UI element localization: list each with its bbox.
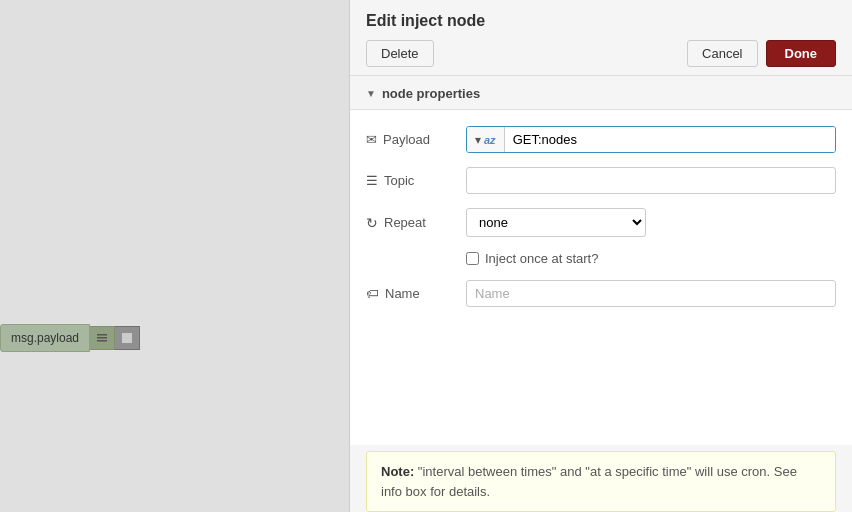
svg-rect-3 (122, 333, 132, 343)
topic-label: Topic (366, 173, 466, 188)
tag-icon (366, 286, 379, 301)
properties-form: Payload ▾ az Topic (350, 110, 852, 445)
node-icon-square (115, 326, 140, 350)
repeat-icon (366, 215, 378, 231)
inject-once-checkbox[interactable] (466, 252, 479, 265)
topic-icon (366, 173, 378, 188)
repeat-label: Repeat (366, 215, 466, 231)
panel-title: Edit inject node (366, 12, 836, 30)
payload-type-dropdown-icon: ▾ (475, 133, 481, 147)
topic-row: Topic (366, 167, 836, 194)
inject-once-label: Inject once at start? (485, 251, 598, 266)
payload-control: ▾ az (466, 126, 836, 153)
header-buttons: Delete Cancel Done (366, 40, 836, 67)
payload-row: Payload ▾ az (366, 126, 836, 153)
envelope-icon (366, 132, 377, 147)
note-bold: Note: (381, 464, 414, 479)
name-input[interactable] (466, 280, 836, 307)
chevron-icon: ▼ (366, 88, 376, 99)
svg-rect-2 (97, 340, 107, 342)
done-button[interactable]: Done (766, 40, 837, 67)
inject-once-row: Inject once at start? (366, 251, 836, 266)
cancel-button[interactable]: Cancel (687, 40, 757, 67)
repeat-label-text: Repeat (384, 215, 426, 230)
section-label: node properties (382, 86, 480, 101)
topic-input[interactable] (466, 167, 836, 194)
name-label: Name (366, 286, 466, 301)
name-control (466, 280, 836, 307)
svg-rect-1 (97, 337, 107, 339)
canvas-area: msg.payload (0, 0, 350, 512)
topic-control (466, 167, 836, 194)
payload-label: Payload (366, 132, 466, 147)
note-text: "interval between times" and "at a speci… (381, 464, 797, 499)
name-row: Name (366, 280, 836, 307)
payload-type-button[interactable]: ▾ az (467, 127, 505, 152)
delete-button[interactable]: Delete (366, 40, 434, 67)
topic-label-text: Topic (384, 173, 414, 188)
name-label-text: Name (385, 286, 420, 301)
payload-type-az-icon: az (484, 134, 496, 146)
svg-rect-0 (97, 334, 107, 336)
node-label: msg.payload (0, 324, 90, 352)
edit-panel: Edit inject node Delete Cancel Done ▼ no… (350, 0, 852, 512)
payload-value-input[interactable] (505, 127, 835, 152)
payload-input-group: ▾ az (466, 126, 836, 153)
panel-header: Edit inject node Delete Cancel Done (350, 0, 852, 76)
payload-label-text: Payload (383, 132, 430, 147)
repeat-select[interactable]: none interval interval between times at … (466, 208, 646, 237)
node-block[interactable]: msg.payload (0, 324, 140, 352)
repeat-control: none interval interval between times at … (466, 208, 836, 237)
repeat-row: Repeat none interval interval between ti… (366, 208, 836, 237)
section-header[interactable]: ▼ node properties (350, 76, 852, 110)
header-right-buttons: Cancel Done (687, 40, 836, 67)
node-icon-list (90, 326, 115, 350)
note-box: Note: "interval between times" and "at a… (366, 451, 836, 512)
